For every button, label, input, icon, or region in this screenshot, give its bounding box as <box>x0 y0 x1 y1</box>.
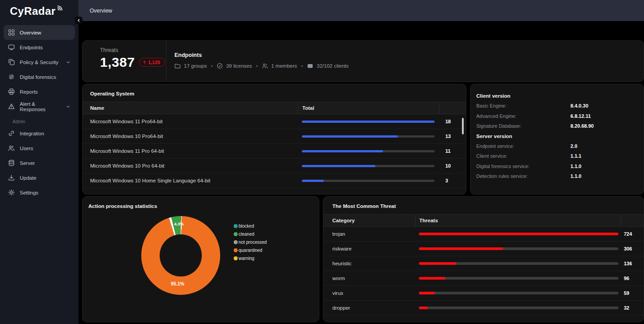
brand-name: CyRadar <box>10 5 56 17</box>
os-name: Microsoft Windows 10 Home Single Languag… <box>83 178 298 183</box>
sidebar-item-settings[interactable]: Settings <box>4 185 75 200</box>
summary-card: Threats 1,387 1,120 Endpoints 17 group <box>82 40 644 82</box>
table-row: riskware 306 <box>323 242 644 256</box>
table-row: trojan 724 <box>323 227 644 242</box>
threat-bar-track <box>419 247 618 250</box>
topbar: Overview <box>78 0 644 21</box>
version-label: Client service: <box>476 153 570 159</box>
legend-item-cleaned: cleaned <box>234 230 267 238</box>
sidebar-item-label: Digital forensics <box>20 74 56 80</box>
sidebar-item-label: Policy & Security <box>20 60 58 65</box>
version-value: 1.1.0 <box>570 164 581 169</box>
os-col-blank <box>439 102 466 114</box>
threat-bar-track <box>419 233 618 235</box>
sidebar-item-alert-responses[interactable]: Alert & Responses <box>4 99 75 114</box>
threat-category: dropper <box>323 305 415 311</box>
threats-label: Threats <box>100 47 166 53</box>
members-stat: 1 members <box>262 63 297 69</box>
table-row: Microsoft Windows 10 Home Single Languag… <box>83 173 466 188</box>
sidebar-item-endpoints[interactable]: Endpoints <box>4 40 75 55</box>
os-col-name: Name <box>83 105 298 111</box>
sidebar-item-policy-security[interactable]: Policy & Security <box>4 55 75 69</box>
main-content: Threats 1,387 1,120 Endpoints 17 group <box>82 40 644 322</box>
os-name: Microsoft Windows 11 Pro64-bit <box>83 119 298 124</box>
threat-bar-track <box>419 262 618 265</box>
users-icon <box>8 145 15 151</box>
sidebar-collapse-button[interactable] <box>75 17 83 24</box>
threat-bar-track <box>419 277 618 280</box>
legend-label: cleaned <box>239 232 254 237</box>
legend-dot <box>234 232 238 236</box>
folder-icon <box>174 63 181 69</box>
legend-dot <box>234 256 238 260</box>
members-text: 1 members <box>271 63 297 69</box>
version-row: Basic Engine: 8.4.0.30 <box>476 101 636 111</box>
os-bar-track <box>302 180 435 182</box>
link-icon <box>8 130 15 137</box>
chevron-left-icon <box>77 18 81 22</box>
sidebar-item-label: Server <box>20 160 35 166</box>
threat-bar-fill <box>419 247 503 250</box>
os-bar-fill <box>302 135 398 138</box>
table-row: Microsoft Windows 11 Pro 64-bit 11 <box>83 144 466 159</box>
sidebar-item-server[interactable]: Server <box>4 156 75 170</box>
os-bar-track <box>302 165 435 167</box>
os-bar-fill <box>302 150 383 152</box>
dot-separator: • <box>211 63 213 69</box>
os-bar-fill <box>302 180 324 182</box>
threat-bar-track <box>419 307 618 309</box>
endpoints-title: Endpoints <box>174 52 644 58</box>
sidebar-item-overview[interactable]: Overview <box>4 25 75 40</box>
version-value: 8.4.0.30 <box>570 103 588 108</box>
legend-label: quarantined <box>239 248 262 253</box>
client-version-title: Client version <box>476 91 636 101</box>
threat-value: 32 <box>624 305 629 311</box>
version-label: Basic Engine: <box>476 103 570 108</box>
sidebar-item-label: Integration <box>20 131 44 136</box>
threat-col-threats: Threats <box>415 215 621 226</box>
threat-value: 96 <box>624 276 629 281</box>
clients-text: 32/102 clients <box>317 63 348 69</box>
version-label: Endpoint service: <box>476 143 570 149</box>
brand-logo[interactable]: CyRadar <box>0 0 78 22</box>
cleaned-percent-label: 4.3% <box>174 221 184 226</box>
version-label: Advanced Engine: <box>476 113 570 119</box>
sidebar-item-update[interactable]: Update <box>4 170 75 185</box>
policy-icon <box>8 59 15 65</box>
sidebar-item-users[interactable]: Users <box>4 141 75 156</box>
table-scrollbar[interactable] <box>462 118 464 134</box>
threat-table-header: Category Threats <box>323 214 644 227</box>
threat-col-blank <box>621 215 644 226</box>
version-value: 2.0 <box>570 143 577 149</box>
version-row: Advanced Engine: 6.8.12.11 <box>476 111 636 121</box>
table-row: Microsoft Windows 11 Pro64-bit 18 <box>83 114 466 129</box>
legend-item-warning: warning <box>234 254 267 262</box>
sidebar-item-digital-forensics[interactable]: Digital forensics <box>4 69 75 84</box>
server-icon <box>8 160 15 166</box>
most-common-threat-panel: The Most Common Threat Category Threats … <box>323 196 644 322</box>
legend-dot <box>234 248 238 252</box>
threat-category: riskware <box>323 246 415 251</box>
os-bar-fill <box>302 121 435 123</box>
groups-text: 17 groups <box>184 63 207 69</box>
threat-value: 59 <box>624 290 629 296</box>
members-icon <box>262 63 268 69</box>
version-value: 1.1.1 <box>570 153 581 159</box>
dot-separator: • <box>301 63 303 69</box>
threat-bar-fill <box>419 307 428 309</box>
os-total-value: 10 <box>445 163 451 168</box>
threat-category: virus <box>323 290 415 296</box>
sidebar-item-integration[interactable]: Integration <box>4 126 75 141</box>
version-row: Digital forensics service: 1.1.0 <box>476 161 636 172</box>
threats-increase-badge: 1,120 <box>139 58 165 67</box>
table-row: Microsoft Windows 10 Pro 64-bit 10 <box>83 159 466 173</box>
monitor-icon <box>8 44 15 51</box>
legend-dot <box>234 224 238 228</box>
gear-icon <box>8 189 15 196</box>
table-row: heuristic 136 <box>323 256 644 271</box>
os-name: Microsoft Windows 10 Pro 64-bit <box>83 163 298 168</box>
os-total-value: 11 <box>445 148 451 154</box>
version-value: 6.8.12.11 <box>570 113 591 119</box>
os-name: Microsoft Windows 10 Pro64-bit <box>83 134 298 139</box>
sidebar-item-reports[interactable]: Reports <box>4 84 75 99</box>
